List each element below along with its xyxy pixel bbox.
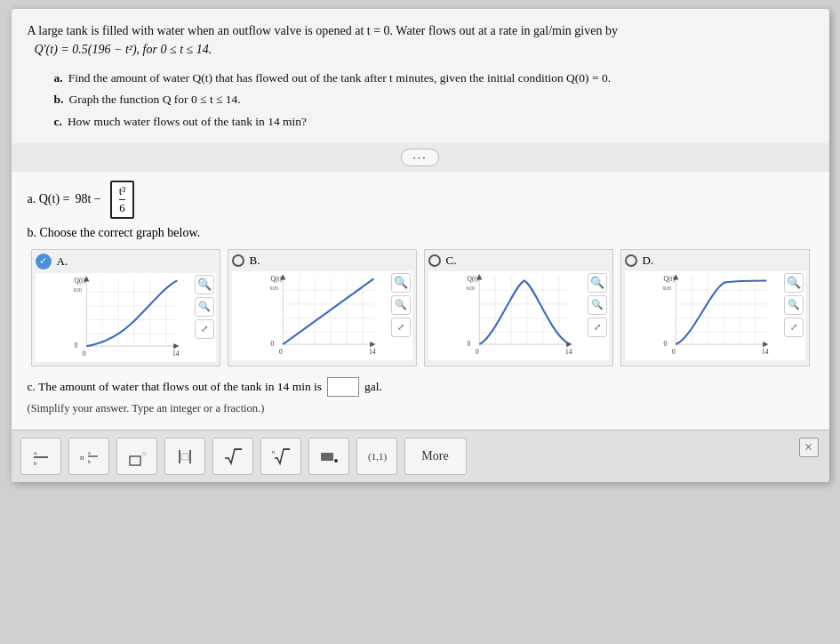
close-button[interactable]: × (799, 438, 819, 457)
graph-d-controls: 🔍 🔍 ⤢ (784, 273, 804, 337)
choose-graph-label: b. Choose the correct graph below. (28, 226, 813, 240)
main-container: A large tank is filled with water when a… (12, 9, 829, 482)
svg-text:n: n (80, 453, 84, 462)
answer-c-input[interactable] (327, 377, 359, 397)
ellipsis-button[interactable]: ··· (401, 149, 438, 166)
answer-c-unit: gal. (364, 380, 382, 394)
graph-d-radio[interactable] (625, 254, 637, 267)
graph-c-radio[interactable] (428, 254, 441, 267)
graph-c-label: C. (446, 254, 457, 268)
graph-d-svg: Q(t) 0 0 14 920 (625, 271, 805, 360)
graph-b-radio[interactable] (232, 254, 244, 267)
graph-c-label-row: C. (428, 254, 609, 268)
svg-text:Q(t): Q(t) (270, 274, 282, 282)
problem-text: A large tank is filled with water when a… (12, 9, 829, 143)
graph-b-zoom-out[interactable]: 🔍 (391, 295, 411, 315)
graph-b-area: Q(t) 0 0 14 920 🔍 🔍 ⤢ (232, 271, 412, 360)
graph-b-zoom-in[interactable]: 🔍 (391, 273, 411, 293)
part-c: c. How much water flows out of the tank … (54, 111, 787, 133)
graph-option-b[interactable]: B. (228, 249, 417, 366)
graph-a-zoom-in[interactable]: 🔍 (195, 275, 214, 294)
graph-d-area: Q(t) 0 0 14 920 🔍 🔍 ⤢ (625, 271, 805, 360)
graph-d-zoom-in[interactable]: 🔍 (784, 273, 804, 293)
mixed-icon: n a b (78, 446, 100, 467)
superscript-button[interactable]: □ (116, 438, 157, 475)
answer-a-row: a. Q(t) = 98t − t³ 6 (28, 181, 813, 219)
svg-text:920: 920 (662, 285, 670, 291)
svg-text:a: a (34, 449, 37, 456)
graph-a-expand[interactable]: ⤢ (195, 319, 214, 339)
graphs-row: ✓ A. (28, 249, 813, 366)
graph-option-a[interactable]: ✓ A. (31, 249, 220, 366)
graph-d-expand[interactable]: ⤢ (784, 318, 804, 337)
paren-icon: (1,1) (366, 446, 388, 467)
decimal-button[interactable] (308, 438, 349, 475)
abs-icon (174, 446, 196, 467)
problem-equation: Q'(t) = 0.5(196 − t²), for 0 ≤ t ≤ 14. (35, 43, 212, 56)
graph-c-zoom-in[interactable]: 🔍 (588, 273, 607, 293)
nth-root-button[interactable]: n (260, 438, 301, 475)
svg-text:b: b (88, 459, 91, 464)
answer-c-row: c. The amount of water that flows out of… (28, 377, 813, 397)
graph-b-expand[interactable]: ⤢ (391, 318, 411, 337)
answer-a-expression: 98t − (75, 192, 100, 206)
svg-text:920: 920 (269, 285, 277, 291)
sqrt-icon (222, 446, 244, 467)
svg-text:Q(t): Q(t) (467, 274, 478, 282)
graph-a-area: Q(t) 0 0 14 920 🔍 🔍 ⤢ (36, 273, 216, 362)
svg-text:a: a (88, 450, 91, 455)
svg-text:14: 14 (172, 350, 180, 358)
svg-text:0: 0 (663, 340, 667, 348)
abs-value-button[interactable] (164, 438, 205, 475)
fraction-denominator: 6 (119, 201, 126, 215)
graph-b-controls: 🔍 🔍 ⤢ (391, 273, 411, 337)
svg-text:0: 0 (74, 342, 77, 350)
svg-text:0: 0 (83, 350, 86, 358)
graph-c-zoom-out[interactable]: 🔍 (588, 295, 607, 315)
svg-text:b: b (34, 460, 37, 467)
close-label: × (804, 439, 812, 455)
toolbar-row: a b n a b □ (12, 430, 829, 482)
problem-intro: A large tank is filled with water when a… (28, 21, 813, 59)
graph-d-zoom-out[interactable]: 🔍 (784, 295, 804, 315)
part-a-text: Find the amount of water Q(t) that has f… (68, 68, 611, 89)
graph-a-svg: Q(t) 0 0 14 920 (36, 273, 216, 362)
svg-text:0: 0 (467, 340, 470, 348)
svg-rect-83 (181, 454, 188, 460)
svg-marker-30 (370, 342, 375, 347)
graph-option-c[interactable]: C. (424, 249, 613, 366)
decimal-icon (318, 446, 340, 467)
graph-a-checkmark: ✓ (36, 254, 52, 270)
fraction-icon: a b (30, 446, 52, 467)
more-button[interactable]: More (404, 438, 467, 475)
svg-marker-66 (763, 342, 768, 347)
mixed-number-button[interactable]: n a b (68, 438, 109, 475)
svg-text:0: 0 (476, 348, 479, 356)
svg-text:14: 14 (565, 348, 572, 356)
svg-text:14: 14 (762, 348, 769, 356)
graph-c-svg: Q(t) 0 0 14 920 (428, 271, 609, 360)
part-a: a. Find the amount of water Q(t) that ha… (54, 68, 787, 89)
graph-a-controls: 🔍 🔍 ⤢ (195, 275, 214, 339)
graph-option-d[interactable]: D. (620, 249, 810, 366)
superscript-icon: □ (126, 446, 148, 467)
more-label: More (421, 449, 448, 463)
graph-b-label: B. (250, 254, 260, 268)
svg-text:(1,1): (1,1) (368, 451, 387, 463)
sqrt-button[interactable] (212, 438, 253, 475)
svg-text:n: n (272, 449, 275, 455)
graph-c-area: Q(t) 0 0 14 920 🔍 🔍 ⤢ (428, 271, 609, 360)
graph-a-zoom-out[interactable]: 🔍 (195, 297, 214, 317)
nth-root-icon: n (270, 446, 292, 467)
graph-d-label-row: D. (625, 254, 805, 268)
svg-text:920: 920 (73, 286, 81, 293)
graph-c-controls: 🔍 🔍 ⤢ (588, 273, 607, 337)
answer-section: a. Q(t) = 98t − t³ 6 b. Choose the corre… (12, 172, 829, 430)
fraction-display: t³ 6 (110, 181, 135, 219)
parentheses-button[interactable]: (1,1) (356, 438, 397, 475)
ellipsis-row: ··· (12, 143, 829, 172)
answer-a-label: a. Q(t) = (28, 192, 70, 206)
graph-c-expand[interactable]: ⤢ (588, 318, 607, 337)
graph-a-label: A. (57, 254, 68, 269)
fraction-button[interactable]: a b (20, 438, 61, 475)
